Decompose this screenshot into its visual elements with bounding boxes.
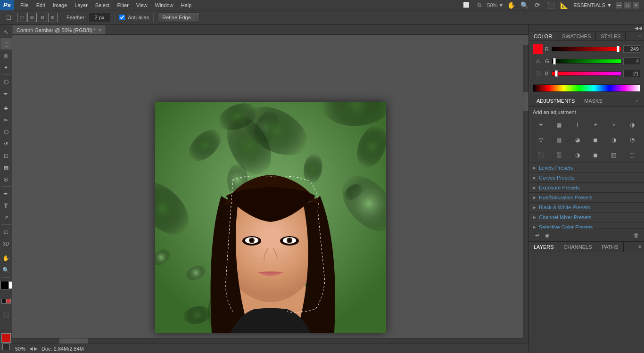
refine-edge-button[interactable]: Refine Edge... — [158, 12, 199, 23]
intersect-selection-btn[interactable]: ⊠ — [48, 13, 58, 22]
color-swatch-display[interactable] — [533, 44, 543, 54]
tool-crop[interactable]: ⬡ — [0, 76, 12, 88]
adj-item-levels[interactable]: ▶ Levels Presets — [529, 163, 644, 173]
tool-clone[interactable]: ⬡ — [0, 126, 12, 138]
menu-image[interactable]: Image — [49, 0, 71, 10]
adj-brightness-icon[interactable]: ☀ — [534, 119, 547, 131]
tab-masks[interactable]: MASKS — [579, 97, 607, 105]
tab-styles[interactable]: STYLES — [596, 32, 626, 41]
tool-path-select[interactable]: ↗ — [0, 212, 12, 223]
tool-type[interactable]: T — [0, 200, 12, 211]
screen-mode-btn[interactable]: ⬛ — [0, 309, 12, 320]
tool-shape[interactable]: □ — [0, 226, 12, 238]
panel-collapse-icon[interactable]: ◀◀ — [635, 25, 642, 31]
tool-pen[interactable]: ✒ — [0, 188, 12, 199]
lasso-tool-option1[interactable]: ◻ — [3, 12, 14, 23]
nav-prev-btn[interactable]: ◀ — [29, 346, 33, 351]
arrange-icon[interactable]: ⧉ — [474, 0, 485, 11]
tool-magic-wand[interactable]: ✦ — [0, 62, 12, 73]
restore-button[interactable]: □ — [624, 2, 631, 8]
adj-eye-icon[interactable]: ◉ — [542, 230, 553, 240]
r-input[interactable] — [623, 45, 640, 53]
g-input[interactable] — [623, 57, 640, 65]
tool-eyedropper[interactable]: ✒ — [0, 88, 12, 99]
adj-gradient-icon[interactable]: ▥ — [607, 149, 620, 161]
tab-layers[interactable]: LAYERS — [529, 242, 559, 252]
adj-item-exposure[interactable]: ▶ Exposure Presets — [529, 183, 644, 193]
tool-healing[interactable]: ✚ — [0, 103, 12, 114]
menu-window[interactable]: Window — [151, 0, 177, 10]
g-slider[interactable] — [552, 59, 621, 64]
foreground-color[interactable] — [0, 281, 9, 289]
add-selection-btn[interactable]: ⊞ — [27, 13, 37, 22]
doc-tab-close[interactable]: × — [99, 27, 101, 33]
screen-mode-icon[interactable]: ⬜ — [461, 0, 472, 11]
r-slider[interactable] — [552, 47, 621, 51]
adj-panel-menu[interactable]: ≡ — [633, 97, 641, 105]
document-tab[interactable]: Contoh Gambar @ 50% (RGB/8) * × — [12, 25, 106, 34]
tool-history-brush[interactable]: ↺ — [0, 138, 12, 149]
adj-invert-icon[interactable]: ◑ — [607, 134, 620, 146]
adj-item-bw[interactable]: ▶ Black & White Presets — [529, 203, 644, 213]
adj-bw-icon[interactable]: ▤ — [553, 134, 566, 146]
adj-photo-filter-icon[interactable]: ◕ — [571, 134, 584, 146]
adj-exposure-icon[interactable]: + — [589, 119, 602, 131]
adj-color-balance-icon[interactable]: ▽ — [534, 134, 547, 146]
adj-item-curves[interactable]: ▶ Curves Presets — [529, 173, 644, 183]
tool-zoom[interactable]: 🔍 — [0, 264, 12, 276]
adj-hue-icon[interactable]: ◑ — [626, 119, 639, 131]
adj-item-hue[interactable]: ▶ Hue/Saturation Presets — [529, 193, 644, 203]
vertical-scrollbar[interactable] — [523, 45, 528, 347]
close-button[interactable]: × — [633, 2, 639, 8]
color-spectrum[interactable] — [533, 84, 640, 92]
zoom-dropdown[interactable]: ▼ — [498, 2, 504, 8]
antialias-checkbox[interactable] — [119, 15, 125, 20]
tool-3d[interactable]: 3D — [0, 238, 12, 249]
tool-lasso[interactable]: ◎ — [0, 50, 12, 61]
tab-channels[interactable]: CHANNELS — [559, 242, 597, 252]
horizontal-scrollbar[interactable] — [12, 338, 523, 344]
adj-curves-icon[interactable]: ⌇ — [571, 119, 584, 131]
tab-swatches[interactable]: SWATCHES — [557, 32, 596, 41]
adj-item-selective[interactable]: ▶ Selective Color Presets — [529, 222, 644, 229]
adj-solid-color-icon[interactable]: ◼ — [589, 149, 602, 161]
nav-next-btn[interactable]: ▶ — [34, 346, 38, 351]
tab-paths[interactable]: PATHS — [597, 242, 624, 252]
zoom-tool-icon[interactable]: 🔍 — [519, 0, 530, 11]
tab-color[interactable]: COLOR — [529, 32, 557, 41]
tool-hand[interactable]: ✋ — [0, 253, 12, 264]
adj-channel-mix-icon[interactable]: ◼ — [589, 134, 602, 146]
b-slider[interactable] — [552, 71, 621, 76]
tool-marquee[interactable]: ⬚ — [0, 38, 12, 49]
adj-threshold-icon[interactable]: ⬛ — [534, 149, 547, 161]
adj-posterize-icon[interactable]: ◔ — [626, 134, 639, 146]
menu-view[interactable]: View — [132, 0, 151, 10]
tool-eraser[interactable]: ◻ — [0, 150, 12, 161]
quick-mask-btn[interactable] — [0, 296, 12, 307]
rotate-icon[interactable]: ⟳ — [532, 0, 543, 11]
essentials-button[interactable]: ESSENTIALS ▼ — [573, 2, 612, 8]
minimize-button[interactable]: — — [616, 2, 622, 8]
canvas-scroll-area[interactable] — [12, 35, 528, 353]
subtract-selection-btn[interactable]: ⊟ — [38, 13, 47, 22]
adj-gradient-map-icon[interactable]: ▒ — [553, 149, 566, 161]
menu-layer[interactable]: Layer — [71, 0, 91, 10]
b-input[interactable] — [623, 70, 640, 77]
rulers-icon[interactable]: 📐 — [558, 0, 570, 11]
adj-selective-color-icon[interactable]: ◑ — [571, 149, 584, 161]
tab-adjustments[interactable]: ADJUSTMENTS — [532, 97, 579, 105]
feather-input[interactable] — [89, 13, 110, 22]
menu-help[interactable]: Help — [177, 0, 196, 10]
extras-icon[interactable]: ⬛ — [545, 0, 556, 11]
menu-edit[interactable]: Edit — [33, 0, 49, 10]
adj-delete-icon[interactable]: 🗑 — [631, 230, 641, 240]
menu-filter[interactable]: Filter — [113, 0, 132, 10]
adj-vibrance-icon[interactable]: V — [607, 119, 620, 131]
tool-gradient[interactable]: ▦ — [0, 162, 12, 173]
tool-blur[interactable]: ◎ — [0, 173, 12, 185]
layers-panel-menu[interactable]: ≡ — [636, 242, 644, 252]
adj-item-channel-mix[interactable]: ▶ Channel Mixer Presets — [529, 213, 644, 222]
new-selection-btn[interactable]: □ — [17, 13, 26, 22]
tool-move[interactable]: ↖ — [0, 26, 12, 38]
active-fg-color[interactable] — [1, 333, 11, 343]
